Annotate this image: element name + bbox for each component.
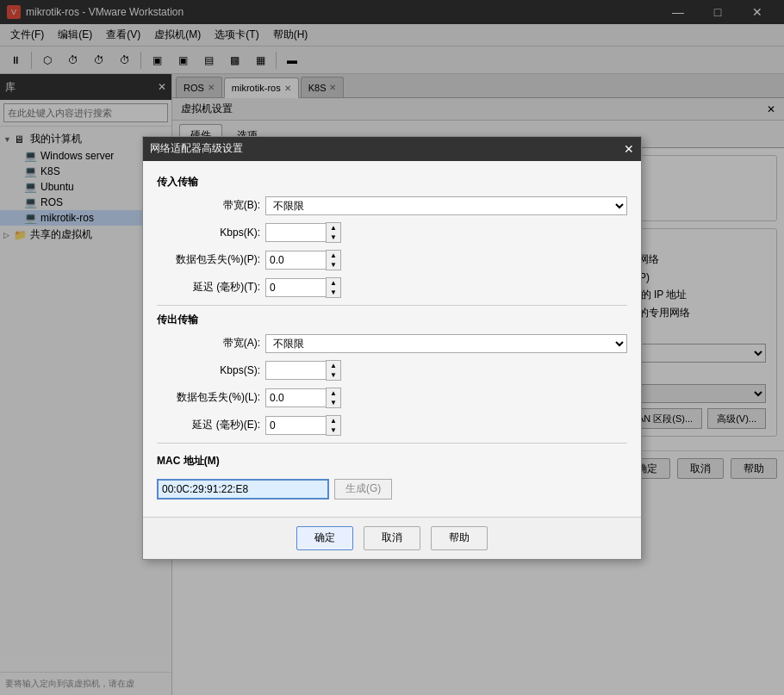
- mac-label: MAC 地址(M): [157, 454, 220, 469]
- packet-loss-out-label: 数据包丢失(%)(L):: [157, 390, 260, 405]
- delay-out-label: 延迟 (毫秒)(E):: [157, 418, 260, 432]
- delay-out-row: 延迟 (毫秒)(E): ▲ ▼: [157, 415, 627, 436]
- kbps-out-down[interactable]: ▼: [327, 370, 340, 380]
- packet-loss-out-up[interactable]: ▲: [327, 388, 340, 398]
- packet-loss-in-input[interactable]: [265, 251, 326, 270]
- delay-in-input[interactable]: [265, 278, 326, 297]
- bandwidth-in-select[interactable]: 不限限: [265, 196, 627, 215]
- kbps-in-row: Kbps(K): ▲ ▼: [157, 222, 627, 243]
- dialog-ok-button[interactable]: 确定: [296, 526, 353, 550]
- packet-loss-in-row: 数据包丢失(%)(P): ▲ ▼: [157, 250, 627, 270]
- packet-loss-in-up[interactable]: ▲: [327, 251, 340, 260]
- packet-loss-in-spinner: ▲ ▼: [265, 250, 341, 270]
- kbps-in-up[interactable]: ▲: [327, 223, 340, 233]
- generate-mac-button[interactable]: 生成(G): [334, 479, 392, 500]
- network-adapter-dialog: 网络适配器高级设置 ✕ 传入传输 带宽(B): 不限限 Kbps(K): ▲ ▼: [142, 136, 642, 560]
- packet-loss-in-label: 数据包丢失(%)(P):: [157, 252, 260, 267]
- kbps-out-up[interactable]: ▲: [327, 361, 340, 370]
- dialog-footer: 确定 取消 帮助: [143, 517, 641, 559]
- kbps-out-label: Kbps(S):: [157, 364, 260, 376]
- delay-out-spinner: ▲ ▼: [265, 415, 341, 436]
- dialog-cancel-button[interactable]: 取消: [364, 526, 420, 550]
- mac-input[interactable]: [157, 479, 329, 500]
- delay-in-spinner: ▲ ▼: [265, 277, 341, 298]
- packet-loss-out-spinner: ▲ ▼: [265, 388, 341, 408]
- dialog-help-button[interactable]: 帮助: [431, 526, 488, 550]
- incoming-section-title: 传入传输: [157, 175, 627, 189]
- delay-in-label: 延迟 (毫秒)(T):: [157, 280, 260, 295]
- kbps-in-spinner: ▲ ▼: [265, 222, 341, 243]
- packet-loss-out-spin-buttons: ▲ ▼: [326, 388, 341, 408]
- delay-in-row: 延迟 (毫秒)(T): ▲ ▼: [157, 277, 627, 298]
- kbps-out-row: Kbps(S): ▲ ▼: [157, 360, 627, 381]
- bandwidth-out-row: 带宽(A): 不限限: [157, 334, 627, 353]
- outgoing-section-title: 传出传输: [157, 313, 627, 327]
- packet-loss-in-spin-buttons: ▲ ▼: [326, 250, 341, 270]
- mac-input-row: 生成(G): [157, 479, 392, 500]
- kbps-out-spin-buttons: ▲ ▼: [326, 360, 341, 381]
- dialog-close-button[interactable]: ✕: [624, 142, 634, 156]
- dialog-body: 传入传输 带宽(B): 不限限 Kbps(K): ▲ ▼ 数据包丢失(%): [143, 161, 641, 517]
- kbps-in-input[interactable]: [265, 223, 326, 242]
- delay-in-up[interactable]: ▲: [327, 278, 340, 288]
- packet-loss-out-input[interactable]: [265, 388, 326, 407]
- dialog-overlay: 网络适配器高级设置 ✕ 传入传输 带宽(B): 不限限 Kbps(K): ▲ ▼: [0, 0, 784, 695]
- section-divider: [157, 305, 627, 306]
- bandwidth-out-label: 带宽(A):: [157, 336, 260, 351]
- dialog-title-bar: 网络适配器高级设置 ✕: [143, 137, 641, 161]
- kbps-out-input[interactable]: [265, 361, 326, 380]
- kbps-in-down[interactable]: ▼: [327, 233, 340, 242]
- bandwidth-in-label: 带宽(B):: [157, 198, 260, 213]
- mac-section: MAC 地址(M) 生成(G): [157, 450, 627, 500]
- bandwidth-in-row: 带宽(B): 不限限: [157, 196, 627, 215]
- packet-loss-out-row: 数据包丢失(%)(L): ▲ ▼: [157, 388, 627, 408]
- mac-divider: [157, 443, 627, 444]
- packet-loss-out-down[interactable]: ▼: [327, 398, 340, 407]
- dialog-title-text: 网络适配器高级设置: [150, 141, 243, 156]
- kbps-in-label: Kbps(K):: [157, 226, 260, 239]
- delay-out-spin-buttons: ▲ ▼: [326, 415, 341, 436]
- delay-in-spin-buttons: ▲ ▼: [326, 277, 341, 298]
- bandwidth-out-select[interactable]: 不限限: [265, 334, 627, 353]
- kbps-in-spin-buttons: ▲ ▼: [326, 222, 341, 243]
- delay-out-up[interactable]: ▲: [327, 416, 340, 425]
- kbps-out-spinner: ▲ ▼: [265, 360, 341, 381]
- packet-loss-in-down[interactable]: ▼: [327, 260, 340, 270]
- delay-in-down[interactable]: ▼: [327, 288, 340, 297]
- delay-out-down[interactable]: ▼: [327, 425, 340, 435]
- delay-out-input[interactable]: [265, 416, 326, 435]
